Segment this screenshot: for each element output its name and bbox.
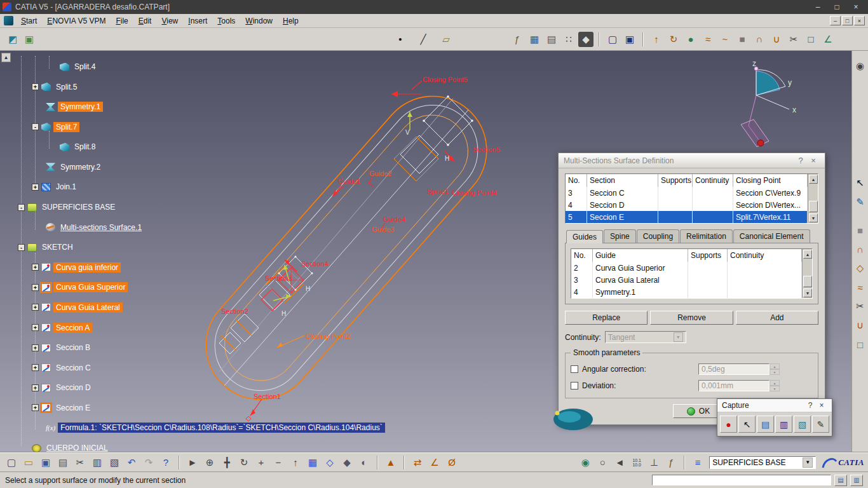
tree-item-symmetry-2[interactable]: Symmetry.2 — [46, 161, 103, 173]
tree-expand-minus[interactable]: - — [32, 123, 39, 130]
split-trim-icon[interactable]: ✂ — [786, 32, 801, 47]
sphere-surface-icon[interactable]: ● — [683, 32, 698, 47]
spin-down-icon[interactable]: ▼ — [770, 369, 780, 375]
tree-item-seccion-a[interactable]: +Seccion A — [32, 322, 92, 334]
measure-between-icon[interactable]: ⇄ — [410, 455, 425, 470]
tree-expand-plus[interactable]: + — [32, 264, 39, 271]
add-button[interactable]: Add — [736, 311, 818, 325]
tab-guides[interactable]: Guides — [566, 230, 603, 243]
normal-view-icon[interactable]: ↑ — [288, 455, 303, 470]
capture-record-icon[interactable]: ● — [720, 416, 737, 433]
tree-item-formula-1-sketch-seccion-c-radius-108-ra[interactable]: f(x)Formula.1: `SKETCH\Seccion C\Radius.… — [46, 421, 385, 434]
angular-correction-spinner[interactable]: ▲ ▼ — [770, 363, 780, 375]
dialog-toggle-icon[interactable]: ▥ — [850, 475, 863, 486]
extract-tool-icon[interactable]: □ — [853, 337, 868, 352]
mass-properties-icon[interactable]: Ø — [444, 455, 459, 470]
tree-item-symmetry-1[interactable]: Symmetry.1 — [46, 100, 103, 113]
hide-show-icon[interactable]: ◐ — [356, 455, 372, 470]
render-tools-icon[interactable]: ◆ — [578, 32, 593, 47]
sketcher-icon[interactable]: ✎ — [853, 194, 868, 210]
snap-grid-icon[interactable]: ∷ — [561, 32, 576, 47]
menu-start[interactable]: Start — [16, 15, 42, 27]
spin-up-icon[interactable]: ▲ — [770, 363, 780, 369]
select-pointer-icon[interactable]: ↖ — [853, 175, 868, 191]
menu-window[interactable]: Window — [240, 15, 278, 27]
tree-item-seccion-b[interactable]: +Seccion B — [32, 341, 93, 354]
copy-icon[interactable]: ▥ — [90, 455, 105, 470]
capture-pen-icon[interactable]: ✎ — [812, 416, 829, 433]
tree-item-split-7[interactable]: -Split.7 — [32, 121, 79, 133]
formula-icon[interactable]: ƒ — [510, 32, 525, 47]
print-icon[interactable]: ▤ — [55, 455, 71, 470]
tree-item-split-4[interactable]: Split.4 — [60, 60, 98, 73]
doc-status-icon[interactable]: ▤ — [834, 475, 847, 486]
revolve-surface-icon[interactable]: ↻ — [666, 32, 681, 47]
new-document-icon[interactable]: ▢ — [4, 455, 19, 470]
continuity-combo[interactable]: Tangent ▼ — [605, 331, 686, 343]
measure-item-icon[interactable]: ∠ — [427, 455, 442, 470]
whats-this-icon[interactable]: ? — [158, 455, 173, 470]
axis-system-icon[interactable]: ⊥ — [646, 455, 661, 470]
pointer-select-icon[interactable]: ◄ — [612, 455, 627, 470]
offset-surface-icon[interactable]: ≈ — [700, 32, 715, 47]
tree-expand-plus[interactable]: + — [32, 304, 39, 311]
command-list-icon[interactable]: ≡ — [690, 455, 705, 470]
angular-correction-field[interactable]: 0,5deg — [698, 363, 770, 375]
trim-tool-icon[interactable]: ✂ — [853, 299, 868, 314]
tree-item-split-8[interactable]: Split.8 — [60, 140, 98, 153]
redo-icon[interactable]: ↷ — [141, 455, 156, 470]
blend-surface-icon[interactable]: ∪ — [769, 32, 784, 47]
menu-view[interactable]: View — [156, 15, 183, 27]
dialog-close-button[interactable]: × — [807, 155, 820, 166]
menu-enovia-v5-vpm[interactable]: ENOVIA V5 VPM — [42, 15, 111, 27]
remove-button[interactable]: Remove — [650, 311, 733, 325]
tree-item-seccion-c[interactable]: +Seccion C — [32, 362, 93, 374]
shading-mode-icon[interactable]: ◆ — [339, 455, 355, 470]
deviation-field[interactable]: 0,001mm — [698, 380, 770, 391]
knowledge-formula-icon[interactable]: ƒ — [663, 455, 679, 470]
undo-icon[interactable]: ↶ — [124, 455, 139, 470]
compass-settings-icon[interactable]: ◉ — [853, 58, 868, 74]
menu-tools[interactable]: Tools — [212, 15, 240, 27]
point-icon[interactable]: • — [393, 32, 408, 47]
tree-expand-plus[interactable]: + — [32, 404, 39, 411]
tree-item-cuerpo-inicial[interactable]: CUERPO INICIAL — [32, 442, 111, 452]
tree-item-join-1[interactable]: +Join.1 — [32, 180, 79, 193]
tree-expand-plus[interactable]: + — [32, 344, 39, 351]
menu-file[interactable]: File — [111, 15, 133, 27]
chevron-down-icon[interactable]: ▼ — [803, 458, 813, 468]
open-document-icon[interactable]: ▭ — [21, 455, 36, 470]
tree-item-seccion-e[interactable]: +Seccion E — [32, 402, 93, 414]
zoom-out-icon[interactable]: − — [271, 455, 286, 470]
capture-close-button[interactable]: × — [816, 400, 827, 410]
tree-expand-minus[interactable]: - — [18, 204, 25, 211]
power-input-field[interactable] — [652, 475, 831, 485]
distance-analysis-icon[interactable]: ∠ — [820, 32, 836, 47]
table-row[interactable]: 3Seccion CSeccion C\Vertex.9 — [566, 187, 808, 199]
tree-item-curva-guia-lateral[interactable]: +Curva Guia Lateral — [32, 301, 123, 314]
line-icon[interactable]: ╱ — [416, 32, 431, 47]
scroll-down-icon[interactable]: ▼ — [803, 288, 812, 297]
blend-tool-icon[interactable]: ∪ — [853, 318, 868, 333]
workbench-combo[interactable]: SUPERFICIES BASE ▼ — [709, 456, 816, 469]
angular-correction-checkbox[interactable] — [571, 365, 578, 373]
iso-view-icon[interactable]: ◇ — [322, 455, 337, 470]
tree-item-sketch[interactable]: -SKETCH — [18, 241, 76, 254]
table-row[interactable]: 3Curva Guia Lateral — [571, 274, 802, 286]
model-update-icon[interactable]: ◩ — [5, 32, 20, 47]
capture-save-image-icon[interactable]: ▧ — [794, 416, 811, 433]
tab-relimitation[interactable]: Relimitation — [680, 229, 733, 243]
scrollbar-thumb[interactable] — [803, 276, 812, 287]
capture-copy-icon[interactable]: ▥ — [775, 416, 792, 433]
scroll-up-icon[interactable]: ▲ — [803, 250, 812, 259]
capture-help-button[interactable]: ? — [804, 400, 816, 410]
tree-scroll-up-button[interactable]: ▲ — [1, 53, 11, 62]
dialog-help-button[interactable]: ? — [794, 155, 807, 166]
tree-item-multi-sections-surface-1[interactable]: Multi-sections Surface.1 — [46, 221, 144, 234]
fit-all-in-icon[interactable]: ⊕ — [202, 455, 217, 470]
mdi-minimize-button[interactable]: – — [830, 16, 841, 25]
design-table-icon[interactable]: ▦ — [527, 32, 542, 47]
fly-mode-icon[interactable]: ► — [185, 455, 200, 470]
offset-tool-icon[interactable]: ≈ — [853, 280, 868, 295]
paste-icon[interactable]: ▧ — [107, 455, 122, 470]
